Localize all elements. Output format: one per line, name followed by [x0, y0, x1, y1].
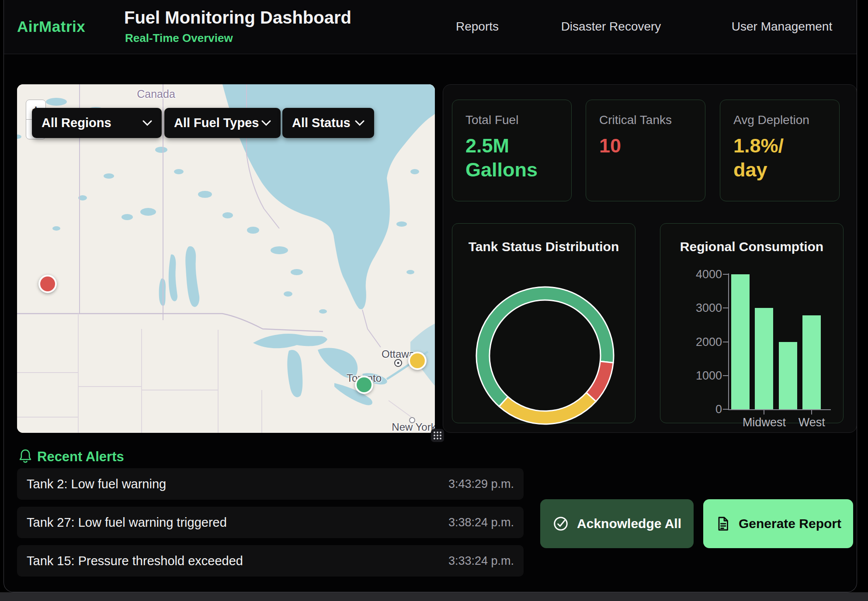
fuel-type-filter-value: All Fuel Types — [174, 116, 259, 130]
file-report-icon — [715, 516, 731, 532]
donut-segment-critical — [586, 361, 613, 401]
alert-timestamp: 3:38:24 p.m. — [448, 516, 514, 529]
stat-value: 10 — [599, 134, 692, 158]
app-logo: AirMatrix — [17, 18, 85, 35]
chevron-down-icon — [142, 120, 152, 126]
status-filter-value: All Status — [292, 116, 351, 130]
alert-row[interactable]: Tank 27: Low fuel warning triggered 3:38… — [17, 507, 524, 538]
y-axis-tick: 2000 — [696, 335, 722, 349]
bell-icon — [18, 448, 33, 465]
page-subtitle: Real-Time Overview — [125, 31, 233, 45]
generate-report-button[interactable]: Generate Report — [703, 499, 853, 548]
x-axis-tick: West — [799, 416, 825, 429]
alert-row[interactable]: Tank 2: Low fuel warning 3:43:29 p.m. — [17, 468, 524, 500]
tank-status-donut-chart — [471, 281, 619, 430]
y-axis-tick: 0 — [715, 403, 722, 416]
tank-marker-normal[interactable] — [355, 376, 373, 394]
y-axis-tick: 4000 — [696, 268, 722, 281]
tank-marker-critical[interactable] — [38, 275, 57, 293]
stat-label: Avg Depletion — [733, 113, 826, 127]
page-title: Fuel Monitoring Dashboard — [124, 8, 351, 28]
acknowledge-all-label: Acknowledge All — [577, 516, 681, 531]
y-axis-tick: 3000 — [696, 301, 722, 315]
bar-0 — [731, 274, 750, 409]
map-label-canada: Canada — [137, 88, 175, 100]
generate-report-label: Generate Report — [739, 516, 841, 531]
alert-text: Tank 27: Low fuel warning triggered — [27, 515, 227, 530]
capital-city-icon — [394, 359, 402, 367]
stat-value: 2.5MGallons — [465, 134, 558, 182]
alert-timestamp: 3:33:24 p.m. — [448, 554, 514, 568]
tank-status-chart-card: Tank Status Distribution — [452, 223, 635, 423]
alert-timestamp: 3:43:29 p.m. — [448, 477, 514, 491]
metrics-panel: Total Fuel 2.5MGallons Critical Tanks 10… — [443, 84, 857, 433]
nav-disaster-recovery[interactable]: Disaster Recovery — [561, 20, 661, 34]
map-panel: Canada Ottawa Toronto New York + − All R… — [17, 84, 435, 433]
x-axis-tick: Midwest — [743, 416, 786, 429]
donut-segment-warning — [499, 393, 596, 424]
nav-user-management[interactable]: User Management — [732, 20, 832, 34]
stat-value: 1.8%/day — [733, 134, 826, 182]
alerts-heading: Recent Alerts — [37, 449, 124, 465]
map-resize-grip-icon[interactable] — [431, 429, 444, 442]
desktop-background-strip — [0, 592, 868, 601]
bar-2 — [779, 342, 797, 410]
y-axis-tick: 1000 — [696, 369, 722, 382]
acknowledge-all-button[interactable]: Acknowledge All — [540, 499, 694, 548]
chevron-down-icon — [261, 120, 271, 126]
header: AirMatrix Fuel Monitoring Dashboard Real… — [4, 0, 857, 54]
fuel-type-filter-dropdown[interactable]: All Fuel Types — [164, 108, 281, 138]
regional-consumption-bar-chart: 4000 3000 2000 1000 0 Midwest West — [660, 224, 844, 424]
bar-3 — [802, 315, 821, 409]
bar-1 — [755, 308, 773, 409]
region-filter-dropdown[interactable]: All Regions — [32, 108, 162, 138]
regional-consumption-chart-card: Regional Consumption 4000 3000 2000 1000… — [660, 223, 844, 423]
alert-text: Tank 2: Low fuel warning — [27, 477, 166, 491]
stat-card-critical-tanks: Critical Tanks 10 — [586, 100, 705, 201]
tank-marker-warning[interactable] — [408, 352, 427, 370]
stat-label: Total Fuel — [465, 113, 558, 127]
stat-label: Critical Tanks — [599, 113, 692, 127]
city-dot-icon — [409, 417, 415, 423]
app-window: AirMatrix Fuel Monitoring Dashboard Real… — [3, 0, 857, 592]
stat-card-total-fuel: Total Fuel 2.5MGallons — [452, 100, 572, 201]
status-filter-dropdown[interactable]: All Status — [282, 108, 374, 138]
alert-text: Tank 15: Pressure threshold exceeded — [27, 554, 243, 568]
region-filter-value: All Regions — [42, 116, 111, 130]
chevron-down-icon — [355, 120, 365, 126]
stat-card-avg-depletion: Avg Depletion 1.8%/day — [720, 100, 840, 201]
alert-row[interactable]: Tank 15: Pressure threshold exceeded 3:3… — [17, 545, 524, 577]
check-circle-icon — [552, 515, 569, 532]
chart-title: Tank Status Distribution — [452, 239, 635, 254]
nav-reports[interactable]: Reports — [456, 20, 499, 34]
